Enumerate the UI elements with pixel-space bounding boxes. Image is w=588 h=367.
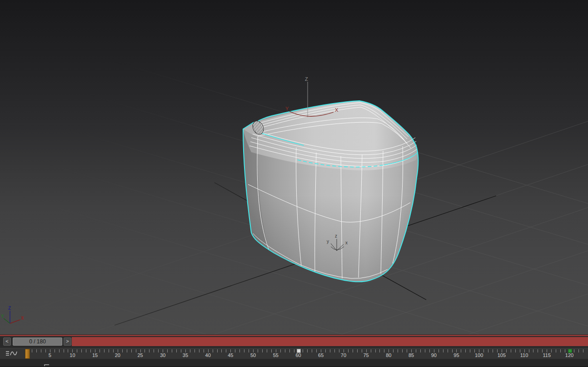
- frame-tick: [434, 349, 434, 352]
- world-z-label: Z: [8, 306, 11, 311]
- frame-tick: [511, 349, 511, 352]
- frame-tick: [429, 349, 430, 352]
- frame-tick: [366, 349, 367, 352]
- current-frame-field[interactable]: 0 / 180: [13, 337, 62, 346]
- frame-tick-label: 10: [70, 352, 75, 358]
- frame-tick: [36, 349, 37, 352]
- frame-tick: [357, 349, 358, 352]
- frame-tick-label: 5: [49, 352, 51, 358]
- frame-tick: [163, 349, 163, 352]
- frame-tick: [556, 349, 556, 352]
- frame-tick: [497, 349, 498, 352]
- frame-tick: [375, 349, 376, 352]
- frame-tick: [316, 349, 317, 352]
- frame-tick: [538, 349, 538, 352]
- previous-frame-button[interactable]: <: [3, 337, 11, 346]
- frame-tick-label: 25: [137, 352, 143, 358]
- frame-tick: [176, 349, 177, 352]
- frame-tick: [416, 349, 416, 352]
- gizmo-x-label: X: [335, 107, 339, 113]
- frame-tick: [50, 349, 50, 352]
- frame-tick: [348, 349, 349, 352]
- frame-tick-label: 90: [431, 352, 437, 358]
- frame-tick: [118, 349, 118, 352]
- frame-tick: [64, 349, 64, 352]
- frame-tick: [483, 349, 484, 352]
- autokey-track-bar[interactable]: [72, 337, 588, 346]
- frame-tick-label: 45: [228, 352, 233, 358]
- frame-tick: [131, 349, 132, 352]
- frame-tick: [154, 349, 154, 352]
- keyframe-marker[interactable]: [297, 349, 301, 353]
- keyframe-marker[interactable]: [568, 349, 572, 353]
- frame-tick: [140, 349, 141, 352]
- frame-tick: [542, 349, 543, 352]
- autokey-highlight-line: [0, 335, 588, 336]
- frame-tick: [267, 349, 267, 352]
- frame-tick: [547, 349, 547, 352]
- frame-tick: [515, 349, 516, 352]
- status-bar-edge: [0, 359, 588, 367]
- frame-tick: [520, 349, 520, 352]
- frame-tick-label: 65: [318, 352, 324, 358]
- frame-tick: [303, 349, 303, 352]
- frame-tick: [393, 349, 394, 352]
- frame-tick: [113, 349, 114, 352]
- frame-tick: [425, 349, 425, 352]
- frame-tick: [77, 349, 77, 352]
- frame-tick: [533, 349, 533, 352]
- frame-tick: [379, 349, 380, 352]
- frame-tick: [208, 349, 209, 352]
- frame-tick: [249, 349, 249, 352]
- frame-tick-label: 100: [475, 352, 483, 358]
- frame-tick: [59, 349, 60, 352]
- next-frame-button[interactable]: >: [64, 337, 71, 346]
- frame-tick: [127, 349, 127, 352]
- frame-tick: [330, 349, 330, 352]
- mini-curve-editor-icon[interactable]: [5, 350, 17, 357]
- frame-tick: [45, 349, 46, 352]
- frame-tick: [239, 349, 240, 352]
- frame-tick: [235, 349, 235, 352]
- frame-tick: [465, 349, 466, 352]
- frame-tick: [181, 349, 181, 352]
- frame-tick: [502, 349, 502, 352]
- frame-tick: [353, 349, 353, 352]
- frame-tick: [194, 349, 195, 352]
- frame-tick-label: 85: [409, 352, 414, 358]
- frame-tick: [289, 349, 290, 352]
- selected-object[interactable]: [243, 101, 418, 282]
- frame-tick: [199, 349, 199, 352]
- frame-tick: [55, 349, 55, 352]
- gizmo-y-label: Y: [285, 106, 289, 111]
- frame-tick: [244, 349, 244, 352]
- pivot-z-label: z: [335, 233, 337, 238]
- frame-tick: [439, 349, 439, 352]
- timeline-ruler[interactable]: 0510152025303540455055606570758085909510…: [0, 348, 588, 359]
- frame-tick: [217, 349, 218, 352]
- frame-tick: [149, 349, 149, 352]
- frame-tick: [574, 349, 574, 352]
- frame-tick-label: 75: [364, 352, 369, 358]
- frame-tick-label: 105: [498, 352, 506, 358]
- scene-canvas: Z Y X z y x Z Y X: [0, 0, 588, 334]
- frame-tick: [312, 349, 312, 352]
- frame-tick: [583, 349, 583, 352]
- gizmo-z-label: Z: [305, 76, 308, 82]
- time-slider-handle[interactable]: [25, 349, 30, 359]
- frame-tick: [529, 349, 529, 352]
- frame-tick: [420, 349, 421, 352]
- frame-tick: [488, 349, 488, 352]
- frame-tick: [271, 349, 272, 352]
- frame-tick: [443, 349, 443, 352]
- frame-tick: [474, 349, 475, 352]
- frame-tick: [158, 349, 159, 352]
- frame-tick: [104, 349, 105, 352]
- viewport-3d[interactable]: Z Y X z y x Z Y X: [0, 0, 588, 334]
- frame-tick: [325, 349, 326, 352]
- frame-tick: [145, 349, 145, 352]
- track-bar: < 0 / 180 >: [0, 334, 588, 348]
- frame-tick-label: 55: [273, 352, 279, 358]
- frame-tick: [253, 349, 254, 352]
- frame-tick-label: 20: [115, 352, 120, 358]
